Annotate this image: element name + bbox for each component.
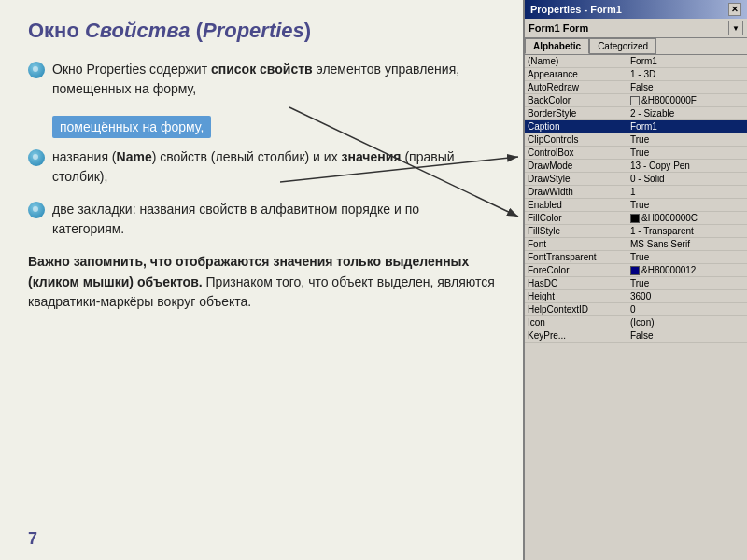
page-number: 7 [28, 529, 37, 549]
prop-name-fillcolor: FillColor [525, 212, 627, 224]
bullet2-bold: Name [117, 149, 152, 164]
important-section: Важно запомнить, что отображаются значен… [28, 252, 495, 313]
title-rest: ( [190, 19, 203, 42]
prop-name-helpcontextid: HelpContextID [525, 303, 627, 315]
prop-value-fillstyle: 1 - Transparent [627, 225, 747, 237]
prop-row-controlbox[interactable]: ControlBox True [525, 147, 747, 160]
prop-row-fillcolor[interactable]: FillColor &H0000000C [525, 212, 747, 225]
prop-name-controlbox: ControlBox [525, 147, 627, 159]
prop-name-enabled: Enabled [525, 199, 627, 211]
bullet2-bold2: значения [342, 149, 402, 164]
panel-close-button[interactable]: ✕ [728, 3, 741, 16]
prop-name-name: (Name) [525, 55, 627, 67]
bullet-text-3: две закладки: названия свойств в алфавит… [52, 200, 495, 239]
prop-row-height[interactable]: Height 3600 [525, 290, 747, 303]
prop-value-enabled: True [627, 199, 747, 211]
title-italic: Properties [203, 19, 304, 42]
bullet-icon-2 [28, 149, 45, 166]
prop-row-font[interactable]: Font MS Sans Serif [525, 238, 747, 251]
prop-value-drawstyle: 0 - Solid [627, 173, 747, 185]
prop-row-helpcontextid[interactable]: HelpContextID 0 [525, 303, 747, 316]
prop-row-borderstyle[interactable]: BorderStyle 2 - Sizable [525, 107, 747, 120]
bullet2-after1: ) свойств (левый столбик) и их [152, 149, 342, 164]
title-prefix: Окно [28, 19, 85, 42]
prop-row-autoredraw[interactable]: AutoRedraw False [525, 81, 747, 94]
main-content: Окно Свойства (Properties) Окно Properti… [0, 0, 523, 560]
prop-row-fillstyle[interactable]: FillStyle 1 - Transparent [525, 225, 747, 238]
title-close: ) [304, 19, 311, 42]
prop-row-caption[interactable]: Caption Form1 [525, 120, 747, 133]
prop-name-borderstyle: BorderStyle [525, 107, 627, 119]
prop-name-forecolor: ForeColor [525, 264, 627, 276]
prop-row-drawwidth[interactable]: DrawWidth 1 [525, 186, 747, 199]
prop-name-fonttransparent: FontTransparent [525, 251, 627, 263]
prop-value-forecolor: &H80000012 [627, 264, 747, 276]
prop-value-name: Form1 [627, 55, 747, 67]
prop-value-drawmode: 13 - Copy Pen [627, 160, 747, 172]
prop-row-backcolor[interactable]: BackColor &H8000000F [525, 94, 747, 107]
fillcolor-box [630, 214, 640, 223]
fillcolor-text: &H0000000C [641, 213, 698, 223]
prop-value-clipcontrols: True [627, 133, 747, 146]
prop-value-hasdc: True [627, 277, 747, 289]
prop-row-drawstyle[interactable]: DrawStyle 0 - Solid [525, 173, 747, 186]
prop-name-appearance: Appearance [525, 68, 627, 80]
prop-name-font: Font [525, 238, 627, 250]
panel-tabs: Alphabetic Categorized [525, 38, 747, 55]
prop-name-clipcontrols: ClipControls [525, 133, 627, 146]
prop-row-enabled[interactable]: Enabled True [525, 199, 747, 212]
prop-name-drawstyle: DrawStyle [525, 173, 627, 185]
prop-name-drawwidth: DrawWidth [525, 186, 627, 198]
highlight-bar: помещённых на форму, [52, 116, 211, 138]
prop-value-fillcolor: &H0000000C [627, 212, 747, 224]
prop-name-keypre: KeyPre... [525, 329, 627, 342]
panel-object-label: Form1 Form [529, 22, 728, 34]
panel-object-selector[interactable]: Form1 Form ▼ [525, 19, 747, 38]
bullet2-pre: названия ( [52, 149, 117, 164]
prop-value-font: MS Sans Serif [627, 238, 747, 250]
panel-titlebar: Properties - Form1 ✕ [525, 0, 747, 19]
prop-value-helpcontextid: 0 [627, 303, 747, 315]
prop-row-fonttransparent[interactable]: FontTransparent True [525, 251, 747, 264]
properties-list: (Name) Form1 Appearance 1 - 3D AutoRedra… [525, 55, 747, 343]
bullet-item-1: Окно Properties содержит список свойств … [28, 60, 495, 99]
prop-row-name[interactable]: (Name) Form1 [525, 55, 747, 68]
bullet-icon-3 [28, 202, 45, 218]
prop-row-icon[interactable]: Icon (Icon) [525, 316, 747, 329]
prop-row-hasdc[interactable]: HasDC True [525, 277, 747, 290]
backcolor-text: &H8000000F [641, 95, 697, 105]
prop-name-icon: Icon [525, 316, 627, 329]
prop-name-backcolor: BackColor [525, 94, 627, 106]
prop-value-appearance: 1 - 3D [627, 68, 747, 80]
prop-value-autoredraw: False [627, 81, 747, 93]
prop-name-height: Height [525, 290, 627, 302]
panel-dropdown-arrow-icon[interactable]: ▼ [728, 21, 743, 35]
prop-value-borderstyle: 2 - Sizable [627, 107, 747, 119]
prop-value-controlbox: True [627, 147, 747, 159]
prop-value-drawwidth: 1 [627, 186, 747, 198]
tab-alphabetic[interactable]: Alphabetic [525, 38, 589, 54]
bullet-text-1: Окно Properties содержит список свойств … [52, 60, 495, 99]
prop-name-hasdc: HasDC [525, 277, 627, 289]
prop-name-caption: Caption [525, 120, 627, 133]
bullet-icon-1 [28, 62, 45, 78]
prop-row-appearance[interactable]: Appearance 1 - 3D [525, 68, 747, 81]
properties-panel: Properties - Form1 ✕ Form1 Form ▼ Alphab… [523, 0, 747, 560]
bullet-text-2: названия (Name) свойств (левый столбик) … [52, 147, 495, 187]
prop-value-fonttransparent: True [627, 251, 747, 263]
tab-categorized[interactable]: Categorized [589, 38, 656, 54]
prop-value-caption: Form1 [627, 120, 747, 133]
prop-value-icon: (Icon) [627, 316, 747, 329]
prop-row-forecolor[interactable]: ForeColor &H80000012 [525, 264, 747, 277]
prop-name-fillstyle: FillStyle [525, 225, 627, 237]
prop-row-drawmode[interactable]: DrawMode 13 - Copy Pen [525, 160, 747, 173]
page-title: Окно Свойства (Properties) [28, 19, 495, 43]
bullet-item-2: названия (Name) свойств (левый столбик) … [28, 147, 495, 187]
prop-value-height: 3600 [627, 290, 747, 302]
prop-row-keypre[interactable]: KeyPre... False [525, 329, 747, 343]
backcolor-box [630, 96, 640, 105]
prop-row-clipcontrols[interactable]: ClipControls True [525, 133, 747, 147]
bullet1-normal: Окно Properties содержит [52, 62, 211, 77]
prop-name-drawmode: DrawMode [525, 160, 627, 172]
bullet-item-3: две закладки: названия свойств в алфавит… [28, 200, 495, 239]
